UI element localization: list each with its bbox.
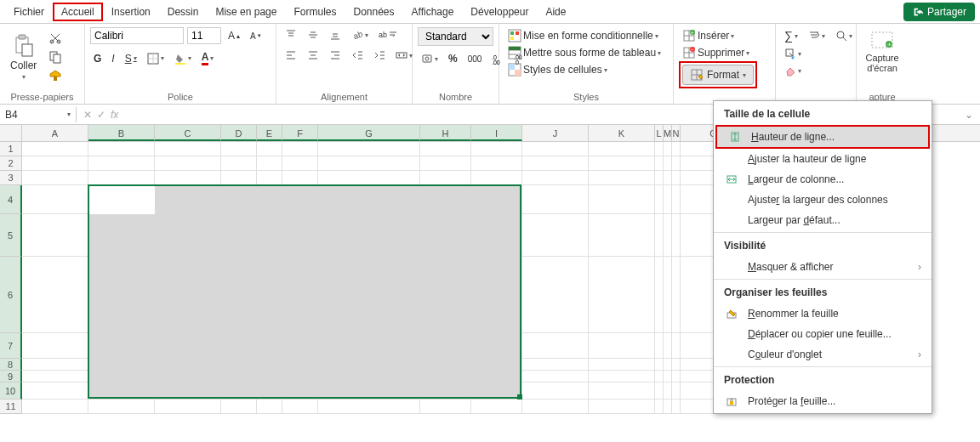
cell[interactable]: [471, 185, 522, 214]
row-header-4[interactable]: 4: [0, 185, 22, 214]
font-size-select[interactable]: [187, 27, 221, 44]
cell[interactable]: [420, 214, 471, 257]
cell[interactable]: [664, 371, 672, 382]
cell[interactable]: [88, 142, 155, 156]
cell[interactable]: [155, 142, 221, 156]
orientation-button[interactable]: ab▾: [348, 27, 372, 42]
cell[interactable]: [221, 171, 257, 185]
cell[interactable]: [471, 371, 522, 382]
cell[interactable]: [522, 333, 589, 359]
cell[interactable]: [655, 359, 664, 371]
col-header-M[interactable]: M: [664, 125, 672, 141]
cell[interactable]: [655, 142, 664, 156]
cell[interactable]: [655, 156, 664, 171]
cell[interactable]: [318, 156, 420, 171]
cell[interactable]: [655, 400, 664, 414]
cell[interactable]: [522, 185, 589, 214]
cell[interactable]: [589, 333, 655, 359]
row-header-5[interactable]: 5: [0, 214, 22, 257]
col-header-C[interactable]: C: [155, 125, 221, 141]
cell[interactable]: [655, 214, 664, 257]
cell[interactable]: [664, 214, 672, 257]
decrease-indent-button[interactable]: [348, 48, 367, 63]
cell[interactable]: [420, 257, 471, 333]
cell[interactable]: [589, 400, 655, 414]
font-color-button[interactable]: A▾: [198, 49, 218, 67]
cell[interactable]: [88, 400, 155, 414]
cell[interactable]: [155, 333, 221, 359]
col-header-J[interactable]: J: [522, 125, 589, 141]
copy-button[interactable]: [45, 48, 66, 65]
cell[interactable]: [22, 382, 88, 400]
col-header-N[interactable]: N: [672, 125, 681, 141]
cell[interactable]: [318, 257, 420, 333]
confirm-formula-icon[interactable]: ✓: [97, 109, 105, 121]
cell[interactable]: [221, 185, 257, 214]
cell[interactable]: [522, 156, 589, 171]
cell[interactable]: [420, 156, 471, 171]
cell[interactable]: [221, 142, 257, 156]
cell[interactable]: [318, 359, 420, 371]
cell[interactable]: [257, 371, 282, 382]
cell[interactable]: [282, 257, 318, 333]
cancel-formula-icon[interactable]: ✕: [83, 109, 92, 121]
menu-formules[interactable]: Formules: [285, 3, 345, 21]
cell[interactable]: [522, 382, 589, 400]
col-header-B[interactable]: B: [88, 125, 155, 141]
cell[interactable]: [221, 257, 257, 333]
cell[interactable]: [257, 156, 282, 171]
cell[interactable]: [471, 359, 522, 371]
row-header-7[interactable]: 7: [0, 333, 22, 359]
cell[interactable]: [221, 371, 257, 382]
menu-entry[interactable]: Ajuster la largeur des colonnes: [714, 190, 932, 210]
menu-mise en page[interactable]: Mise en page: [207, 3, 285, 21]
col-header-E[interactable]: E: [257, 125, 282, 141]
cell[interactable]: [88, 359, 155, 371]
cell[interactable]: [282, 214, 318, 257]
cell[interactable]: [589, 185, 655, 214]
row-header-1[interactable]: 1: [0, 142, 22, 156]
cell[interactable]: [522, 214, 589, 257]
align-left-button[interactable]: [282, 48, 300, 63]
paste-button[interactable]: Coller ▾: [5, 31, 42, 84]
cell[interactable]: [655, 371, 664, 382]
format-painter-button[interactable]: [45, 67, 66, 84]
cell[interactable]: [471, 214, 522, 257]
cell[interactable]: [589, 371, 655, 382]
cell[interactable]: [282, 156, 318, 171]
cell[interactable]: [282, 359, 318, 371]
cell[interactable]: [420, 142, 471, 156]
menu-entry[interactable]: Largeur de colonne...: [714, 169, 932, 190]
fill-color-button[interactable]: ▾: [171, 51, 195, 66]
cell[interactable]: [155, 171, 221, 185]
cell[interactable]: [664, 333, 672, 359]
insert-cells-button[interactable]: +Insérer▾: [679, 27, 770, 44]
cell[interactable]: [672, 400, 681, 414]
cell[interactable]: [318, 382, 420, 400]
align-center-button[interactable]: [304, 48, 322, 63]
cell[interactable]: [257, 359, 282, 371]
cell[interactable]: [22, 185, 88, 214]
cell[interactable]: [318, 214, 420, 257]
wrap-text-button[interactable]: ab: [375, 29, 401, 41]
cell[interactable]: [88, 257, 155, 333]
cell[interactable]: [471, 257, 522, 333]
cell[interactable]: [22, 156, 88, 171]
cell[interactable]: [22, 142, 88, 156]
bold-button[interactable]: G: [90, 51, 105, 66]
cell[interactable]: [22, 214, 88, 257]
underline-button[interactable]: S ▾: [122, 51, 140, 66]
cell[interactable]: [155, 156, 221, 171]
name-box[interactable]: B4 ▾: [0, 107, 77, 122]
cell[interactable]: [589, 257, 655, 333]
cell[interactable]: [672, 156, 681, 171]
cell[interactable]: [672, 382, 681, 400]
cell[interactable]: [88, 371, 155, 382]
cell[interactable]: [664, 185, 672, 214]
row-header-9[interactable]: 9: [0, 371, 22, 382]
menu-données[interactable]: Données: [345, 3, 402, 21]
menu-entry[interactable]: Renommer la feuille: [714, 303, 932, 324]
cell[interactable]: [672, 359, 681, 371]
col-header-D[interactable]: D: [221, 125, 257, 141]
col-header-G[interactable]: G: [318, 125, 420, 141]
